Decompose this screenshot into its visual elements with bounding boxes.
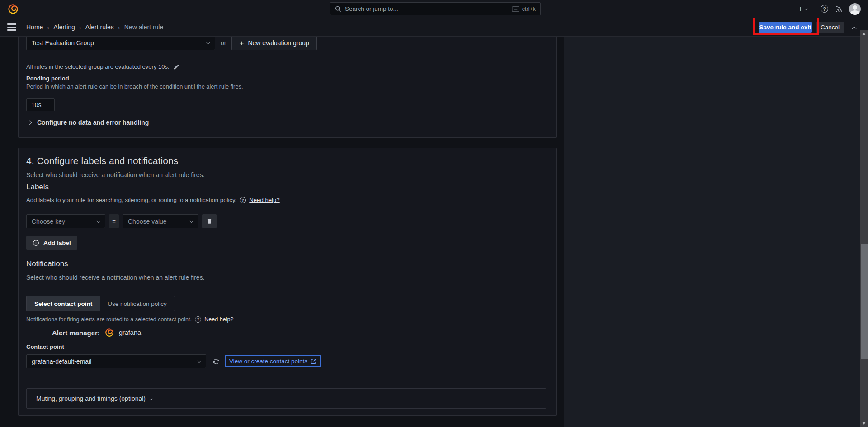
external-link-icon: [311, 358, 316, 364]
save-rule-and-exit-button[interactable]: Save rule and exit: [759, 22, 812, 33]
user-avatar[interactable]: [849, 3, 861, 15]
notifications-need-help-link[interactable]: Need help?: [204, 316, 233, 323]
help-icon: ?: [195, 316, 201, 323]
alert-manager-label: Alert manager:: [52, 329, 100, 337]
divider: [814, 5, 814, 13]
help-icon: ?: [240, 197, 246, 203]
breadcrumb-alert-rules[interactable]: Alert rules: [85, 23, 114, 31]
evaluation-interval-note: All rules in the selected group are eval…: [26, 63, 170, 70]
tab-select-contact-point[interactable]: Select contact point: [27, 296, 100, 311]
contact-point-select[interactable]: grafana-default-email: [26, 354, 206, 368]
tab-use-notification-policy[interactable]: Use notification policy: [100, 296, 175, 311]
page-header-bar: Home › Alerting › Alert rules › New aler…: [0, 18, 868, 37]
notifications-subtitle: Select who should receive a notification…: [26, 274, 205, 281]
search-input[interactable]: Search or jump to... ctrl+k: [330, 2, 541, 15]
add-label-button[interactable]: Add label: [26, 236, 77, 250]
notification-mode-radio-group: Select contact point Use notification po…: [26, 296, 175, 311]
breadcrumb-home[interactable]: Home: [26, 23, 43, 31]
new-evaluation-group-button[interactable]: + New evaluation group: [231, 36, 316, 50]
scrollbar-thumb[interactable]: [861, 244, 868, 359]
contact-point-label: Contact point: [26, 343, 64, 350]
chevron-down-icon: [96, 218, 101, 223]
scroll-down-arrow-icon[interactable]: [862, 422, 866, 425]
evaluation-group-select[interactable]: Test Evaluation Group: [26, 36, 215, 50]
section-subtitle: Select who should receive a notification…: [26, 171, 205, 178]
breadcrumb: Home › Alerting › Alert rules › New aler…: [26, 23, 163, 31]
edit-pencil-icon[interactable]: [173, 64, 179, 70]
vertical-scrollbar[interactable]: [860, 30, 868, 427]
search-placeholder: Search or jump to...: [345, 5, 398, 12]
evaluation-group-value: Test Evaluation Group: [32, 39, 203, 47]
label-value-placeholder: Choose value: [128, 218, 186, 225]
collapse-chevron-up-button[interactable]: [853, 24, 856, 32]
breadcrumb-separator: ›: [118, 23, 120, 31]
divider: [146, 333, 547, 333]
chevron-down-icon: [189, 218, 194, 223]
label-value-select[interactable]: Choose value: [123, 214, 198, 228]
plus-icon: +: [798, 4, 803, 14]
pending-period-label: Pending period: [26, 75, 69, 82]
divider: [845, 23, 845, 31]
top-navigation-bar: Search or jump to... ctrl+k + ?: [0, 0, 868, 18]
scroll-up-arrow-icon[interactable]: [862, 33, 866, 35]
refresh-icon: [212, 358, 220, 365]
chevron-down-icon: [206, 40, 211, 45]
grafana-new-alert-rule-page: { "topbar": { "search": { "placeholder":…: [0, 0, 868, 427]
alert-manager-value: grafana: [119, 329, 141, 336]
pending-period-description: Period in which an alert rule can be in …: [26, 83, 261, 91]
equals-badge: =: [109, 214, 119, 228]
news-rss-icon[interactable]: [835, 5, 843, 13]
grafana-logo-icon: [105, 328, 114, 337]
contact-point-value: grafana-default-email: [32, 358, 194, 365]
muting-grouping-timings-toggle[interactable]: Muting, grouping and timings (optional): [26, 388, 546, 409]
evaluation-behavior-card: Test Evaluation Group or + New evaluatio…: [18, 36, 557, 138]
labels-heading: Labels: [26, 183, 49, 192]
help-icon[interactable]: ?: [821, 5, 828, 13]
search-icon: [335, 6, 341, 12]
label-key-select[interactable]: Choose key: [26, 214, 105, 228]
label-key-placeholder: Choose key: [32, 218, 93, 225]
view-contact-points-link[interactable]: View or create contact points: [226, 356, 320, 366]
breadcrumb-current-page: New alert rule: [124, 23, 163, 31]
plus-circle-icon: [33, 239, 39, 246]
breadcrumb-separator: ›: [79, 23, 81, 31]
trash-icon: [206, 218, 212, 225]
search-shortcut: ctrl+k: [522, 6, 536, 12]
no-data-error-handling-toggle[interactable]: Configure no data and error handling: [28, 119, 149, 126]
grafana-logo-icon[interactable]: [7, 3, 19, 15]
delete-label-button[interactable]: [202, 214, 217, 228]
or-label: or: [221, 39, 226, 47]
section-title: 4. Configure labels and notifications: [26, 155, 178, 166]
breadcrumb-alerting[interactable]: Alerting: [53, 23, 75, 31]
divider: [26, 333, 47, 333]
routing-note: Notifications for firing alerts are rout…: [26, 316, 192, 323]
labels-need-help-link[interactable]: Need help?: [249, 197, 279, 203]
pending-period-input[interactable]: [26, 98, 55, 111]
labels-notifications-card: 4. Configure labels and notifications Se…: [18, 148, 557, 416]
plus-icon: +: [239, 39, 244, 47]
chevron-down-icon: [197, 358, 202, 363]
add-menu-button[interactable]: +: [798, 4, 807, 14]
chevron-down-icon: [805, 7, 808, 10]
menu-toggle-icon[interactable]: [7, 23, 16, 31]
breadcrumb-separator: ›: [47, 23, 49, 31]
refresh-contact-points-button[interactable]: [212, 358, 220, 365]
labels-description: Add labels to your rule for searching, s…: [26, 197, 236, 203]
keyboard-icon: [512, 6, 519, 12]
notifications-heading: Notifications: [26, 259, 68, 268]
chevron-right-icon: [28, 120, 32, 125]
cancel-button[interactable]: Cancel: [816, 22, 844, 33]
chevron-down-icon: [150, 397, 153, 400]
